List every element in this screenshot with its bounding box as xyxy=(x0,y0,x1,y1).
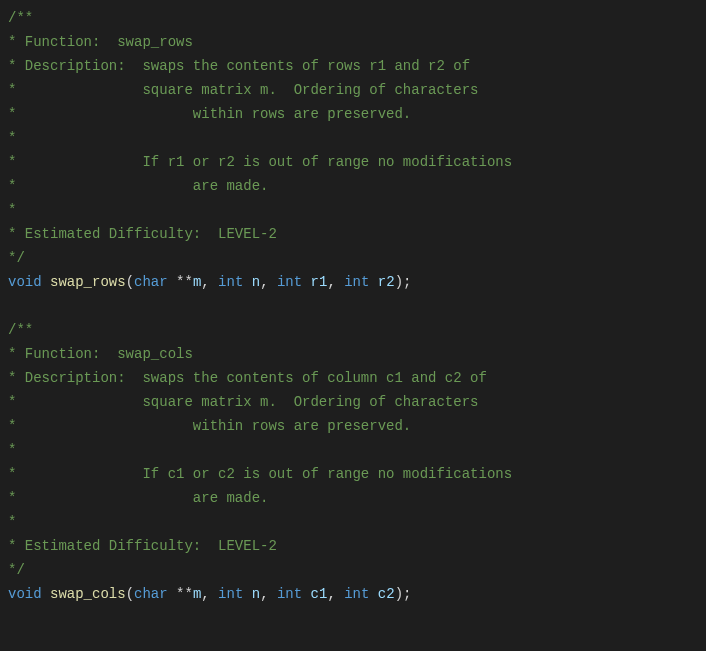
param-c1: c1 xyxy=(311,586,328,602)
comment-line: * Estimated Difficulty: LEVEL-2 xyxy=(8,226,277,242)
comment-line: */ xyxy=(8,562,25,578)
comma: , xyxy=(201,586,218,602)
space xyxy=(369,586,377,602)
comment-line: * square matrix m. Ordering of character… xyxy=(8,394,478,410)
keyword-int: int xyxy=(218,586,243,602)
space xyxy=(243,274,251,290)
comma: , xyxy=(327,586,344,602)
paren-close: ); xyxy=(395,274,412,290)
keyword-void: void xyxy=(8,586,42,602)
comment-block-2: /** * Function: swap_cols * Description:… xyxy=(8,322,512,578)
comment-line: * Description: swaps the contents of col… xyxy=(8,370,495,386)
param-n: n xyxy=(252,586,260,602)
comment-line: * are made. xyxy=(8,178,268,194)
comment-block-1: /** * Function: swap_rows * Description:… xyxy=(8,10,512,266)
signature-line-2: void swap_cols(char **m, int n, int c1, … xyxy=(8,586,411,602)
paren-open: ( xyxy=(126,274,134,290)
space xyxy=(168,586,176,602)
comment-line: * If c1 or c2 is out of range no modific… xyxy=(8,466,512,482)
comment-line: * xyxy=(8,514,16,530)
keyword-int: int xyxy=(277,274,302,290)
comma: , xyxy=(201,274,218,290)
comment-line: * If r1 or r2 is out of range no modific… xyxy=(8,154,512,170)
keyword-int: int xyxy=(344,586,369,602)
space xyxy=(243,586,251,602)
comma: , xyxy=(327,274,344,290)
function-name: swap_rows xyxy=(50,274,126,290)
space xyxy=(42,586,50,602)
keyword-char: char xyxy=(134,586,168,602)
keyword-void: void xyxy=(8,274,42,290)
space xyxy=(369,274,377,290)
comment-line: * within rows are preserved. xyxy=(8,106,411,122)
keyword-int: int xyxy=(344,274,369,290)
comment-line: * Function: swap_rows xyxy=(8,34,193,50)
param-c2: c2 xyxy=(378,586,395,602)
space xyxy=(168,274,176,290)
comment-line: */ xyxy=(8,250,25,266)
stars: ** xyxy=(176,586,193,602)
comment-line: * xyxy=(8,442,16,458)
comment-line: * Function: swap_cols xyxy=(8,346,193,362)
keyword-int: int xyxy=(277,586,302,602)
space xyxy=(302,274,310,290)
keyword-int: int xyxy=(218,274,243,290)
comment-line: * square matrix m. Ordering of character… xyxy=(8,82,478,98)
keyword-char: char xyxy=(134,274,168,290)
comment-line: * within rows are preserved. xyxy=(8,418,411,434)
comment-line: /** xyxy=(8,10,33,26)
comment-line: * Estimated Difficulty: LEVEL-2 xyxy=(8,538,277,554)
comment-line: * are made. xyxy=(8,490,268,506)
signature-line-1: void swap_rows(char **m, int n, int r1, … xyxy=(8,274,411,290)
function-name: swap_cols xyxy=(50,586,126,602)
comment-line: * xyxy=(8,202,16,218)
comment-line: * Description: swaps the contents of row… xyxy=(8,58,478,74)
space xyxy=(302,586,310,602)
space xyxy=(42,274,50,290)
param-r1: r1 xyxy=(311,274,328,290)
param-r2: r2 xyxy=(378,274,395,290)
comma: , xyxy=(260,586,277,602)
paren-open: ( xyxy=(126,586,134,602)
comma: , xyxy=(260,274,277,290)
comment-line: /** xyxy=(8,322,33,338)
stars: ** xyxy=(176,274,193,290)
param-n: n xyxy=(252,274,260,290)
code-editor: /** * Function: swap_rows * Description:… xyxy=(0,0,706,612)
paren-close: ); xyxy=(395,586,412,602)
comment-line: * xyxy=(8,130,16,146)
